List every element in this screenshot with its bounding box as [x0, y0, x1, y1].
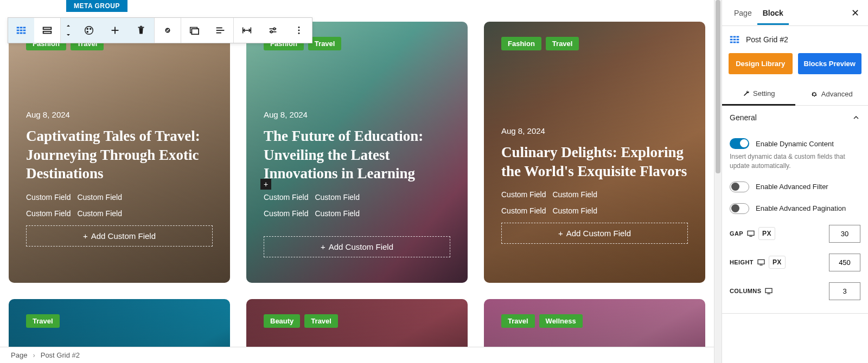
layout-icon[interactable] — [34, 18, 60, 43]
design-library-button[interactable]: Design Library — [729, 53, 793, 74]
add-custom-field-button[interactable]: +Add Custom Field — [26, 225, 213, 247]
custom-field-label: Custom Field — [501, 190, 546, 199]
toggle-dynamic-content[interactable] — [730, 138, 749, 149]
loop-icon[interactable] — [155, 18, 181, 43]
add-custom-field-button[interactable]: +Add Custom Field — [501, 223, 688, 244]
svg-rect-16 — [112, 30, 119, 31]
grid-icon — [729, 34, 741, 46]
canvas-scrollbar[interactable] — [714, 0, 722, 363]
tab-block[interactable]: Block — [757, 1, 789, 25]
gear-icon — [810, 90, 818, 98]
svg-point-13 — [90, 28, 91, 29]
trash-icon[interactable] — [128, 18, 154, 43]
post-card[interactable]: Travel — [9, 299, 230, 347]
device-icon[interactable] — [757, 258, 765, 266]
custom-field-label: Custom Field — [26, 209, 71, 218]
unit-selector[interactable]: px — [769, 256, 786, 269]
svg-point-11 — [85, 27, 93, 35]
block-name-label: Post Grid #2 — [746, 35, 788, 44]
align-icon[interactable] — [207, 18, 233, 43]
svg-point-29 — [273, 28, 276, 30]
add-icon[interactable] — [102, 18, 128, 43]
blocks-preview-button[interactable]: Blocks Preview — [798, 53, 862, 74]
toggle-advanced-pagination[interactable] — [730, 203, 749, 214]
category-tag[interactable]: Beauty — [264, 314, 300, 328]
meta-group-tag: META GROUP — [66, 0, 127, 12]
inspector-sidebar: Page Block ✕ Post Grid #2 Design Library… — [722, 0, 868, 363]
category-tag[interactable]: Travel — [304, 314, 338, 328]
svg-rect-7 — [20, 33, 23, 34]
svg-rect-10 — [43, 31, 52, 34]
width-icon[interactable] — [234, 18, 260, 43]
svg-rect-4 — [20, 30, 23, 31]
height-input[interactable] — [829, 254, 860, 271]
svg-rect-18 — [140, 26, 142, 27]
chevron-right-icon: › — [33, 351, 35, 359]
custom-field-label: Custom Field — [552, 206, 597, 215]
svg-point-34 — [298, 33, 300, 34]
svg-rect-36 — [733, 36, 736, 38]
style-palette-icon[interactable] — [76, 18, 102, 43]
custom-field-label: Custom Field — [315, 209, 359, 218]
svg-point-32 — [298, 27, 300, 28]
svg-point-14 — [87, 31, 88, 33]
close-icon[interactable]: ✕ — [849, 5, 861, 21]
svg-rect-17 — [138, 27, 144, 28]
category-tag[interactable]: Travel — [308, 37, 342, 50]
tab-page[interactable]: Page — [729, 1, 757, 25]
svg-rect-6 — [17, 33, 20, 34]
svg-rect-2 — [23, 27, 26, 29]
move-up-down-icon[interactable] — [61, 18, 76, 43]
svg-point-12 — [87, 28, 88, 29]
svg-rect-5 — [23, 30, 26, 31]
svg-rect-38 — [730, 39, 733, 41]
more-options-icon[interactable] — [286, 18, 312, 43]
post-card[interactable]: Fashion Travel Aug 8, 2024 Captivating T… — [9, 22, 230, 283]
custom-field-label: Custom Field — [264, 193, 308, 202]
post-date: Aug 8, 2024 — [26, 110, 213, 119]
toggle-advanced-filter[interactable] — [730, 182, 749, 192]
image-icon[interactable] — [181, 18, 207, 43]
svg-point-33 — [298, 30, 300, 31]
category-tag[interactable]: Travel — [501, 314, 535, 328]
svg-rect-42 — [733, 42, 736, 43]
editor-canvas[interactable]: META GROUP — [0, 0, 714, 363]
svg-rect-8 — [23, 33, 26, 34]
subtab-setting[interactable]: Setting — [722, 83, 795, 106]
add-custom-field-button[interactable]: +Add Custom Field — [264, 236, 450, 257]
category-tag[interactable]: Travel — [546, 37, 579, 50]
custom-field-label: Custom Field — [264, 209, 308, 218]
svg-rect-37 — [737, 36, 739, 38]
post-title: The Future of Education: Unveiling the L… — [264, 127, 450, 183]
subtab-advanced[interactable]: Advanced — [795, 83, 869, 105]
section-general-toggle[interactable]: General — [722, 106, 868, 129]
custom-field-label: Custom Field — [315, 193, 359, 202]
custom-field-label: Custom Field — [552, 190, 597, 199]
category-tag[interactable]: Travel — [26, 314, 60, 328]
post-card[interactable]: BeautyTravel — [246, 299, 468, 347]
custom-field-label: Custom Field — [26, 193, 71, 202]
svg-rect-40 — [737, 39, 739, 41]
unit-selector[interactable]: px — [758, 227, 775, 240]
custom-field-label: Custom Field — [77, 193, 122, 202]
custom-field-label: Custom Field — [501, 206, 546, 215]
device-icon[interactable] — [746, 230, 755, 237]
post-card[interactable]: Fashion Travel Aug 8, 2024 The Future of… — [246, 22, 468, 283]
settings-slider-icon[interactable] — [260, 18, 286, 43]
inline-add-icon[interactable]: + — [260, 179, 271, 190]
category-tag[interactable]: Wellness — [539, 314, 583, 328]
breadcrumb-root[interactable]: Page — [11, 351, 27, 359]
columns-label: COLUMNS — [730, 288, 761, 294]
post-card[interactable]: TravelWellness — [484, 299, 705, 347]
category-tag[interactable]: Fashion — [501, 37, 541, 50]
svg-rect-48 — [765, 288, 772, 293]
block-type-icon[interactable] — [8, 18, 34, 43]
gap-label: GAP — [730, 230, 743, 237]
svg-rect-44 — [748, 231, 754, 235]
columns-input[interactable] — [829, 282, 860, 300]
breadcrumb-current[interactable]: Post Grid #2 — [41, 351, 80, 359]
gap-input[interactable] — [829, 225, 860, 243]
device-icon[interactable] — [764, 287, 773, 295]
wrench-icon — [742, 90, 750, 98]
post-card[interactable]: Fashion Travel Aug 8, 2024 Culinary Deli… — [484, 22, 705, 283]
